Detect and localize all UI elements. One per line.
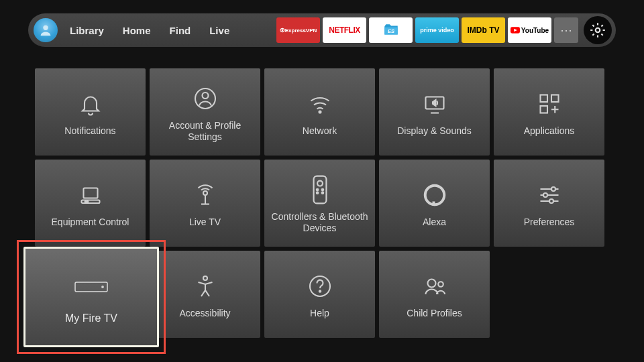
tile-label: Applications (524, 125, 575, 137)
sliders-icon (536, 178, 563, 213)
tile-label: Equipment Control (52, 217, 129, 229)
alexa-icon (422, 178, 447, 213)
svg-point-6 (319, 111, 321, 113)
tile-label: Accessibility (179, 308, 230, 320)
tile-alexa[interactable]: Alexa (379, 160, 490, 247)
tile-label: Notifications (64, 125, 115, 137)
accessibility-icon (193, 269, 217, 304)
tile-notifications[interactable]: Notifications (35, 68, 146, 156)
settings-button[interactable] (584, 16, 612, 44)
svg-point-26 (203, 276, 207, 280)
tile-live-tv[interactable]: Live TV (150, 160, 260, 247)
nav-live[interactable]: Live (209, 25, 229, 36)
tile-label: Preferences (524, 217, 574, 229)
tile-label: Child Profiles (407, 308, 462, 320)
remote-icon (312, 172, 328, 207)
svg-text:ES: ES (387, 28, 394, 34)
apps-grid-icon (537, 86, 561, 121)
svg-point-24 (543, 193, 547, 197)
gear-icon (589, 21, 606, 39)
svg-point-18 (316, 188, 318, 190)
tile-label: Help (310, 308, 329, 320)
tile-equipment-control[interactable]: Equipment Control (35, 160, 146, 247)
focus-highlight: My Fire TV (17, 240, 166, 354)
svg-point-20 (316, 192, 318, 194)
monitor-sound-icon (421, 86, 448, 121)
profile-avatar[interactable] (34, 18, 58, 42)
svg-point-17 (317, 180, 323, 186)
user-circle-icon (193, 81, 217, 116)
svg-rect-10 (540, 106, 547, 113)
svg-point-13 (85, 201, 86, 202)
child-profile-icon (421, 269, 448, 304)
bell-icon (78, 86, 103, 121)
tile-label: Live TV (189, 217, 221, 229)
tile-label: Network (303, 125, 337, 137)
tile-label: My Fire TV (65, 312, 117, 325)
tile-label: Controllers & Bluetooth Devices (270, 211, 370, 235)
nav-find[interactable]: Find (170, 25, 191, 36)
wifi-icon (307, 86, 333, 121)
app-file-explorer[interactable]: ES (369, 17, 413, 43)
nav-home[interactable]: Home (123, 25, 151, 36)
tile-preferences[interactable]: Preferences (494, 160, 604, 247)
app-expressvpn[interactable]: ⦿ ExpressVPN (276, 17, 320, 43)
youtube-play-icon (511, 27, 520, 34)
tile-label: Display & Sounds (397, 125, 472, 137)
tile-child-profiles[interactable]: Child Profiles (379, 251, 490, 338)
tile-display-sounds[interactable]: Display & Sounds (379, 68, 490, 156)
svg-point-3 (596, 28, 600, 33)
svg-point-19 (321, 188, 323, 190)
tile-controllers-bluetooth[interactable]: Controllers & Bluetooth Devices (264, 160, 375, 247)
svg-point-14 (87, 201, 88, 202)
svg-point-32 (102, 286, 103, 288)
svg-rect-9 (551, 95, 559, 103)
svg-rect-8 (540, 95, 547, 103)
app-expressvpn-label: ExpressVPN (285, 27, 317, 34)
svg-point-23 (551, 187, 555, 191)
app-netflix[interactable]: NETFLIX (323, 17, 366, 43)
svg-point-25 (549, 199, 553, 203)
app-youtube[interactable]: YouTube (508, 17, 551, 43)
tile-label: Account & Profile Settings (155, 120, 255, 143)
tile-label: Alexa (423, 217, 446, 229)
svg-point-28 (319, 291, 320, 292)
tile-account[interactable]: Account & Profile Settings (150, 68, 260, 156)
antenna-icon (193, 178, 217, 213)
folder-icon: ES (382, 21, 400, 39)
tile-my-fire-tv[interactable]: My Fire TV (23, 247, 159, 347)
svg-point-30 (438, 282, 443, 288)
svg-point-5 (202, 93, 208, 99)
fire-tv-box-icon (74, 269, 108, 305)
tile-accessibility[interactable]: Accessibility (150, 251, 260, 338)
svg-point-0 (43, 25, 48, 30)
svg-point-21 (321, 192, 323, 194)
equipment-icon (77, 178, 104, 213)
svg-point-15 (203, 191, 207, 195)
svg-rect-11 (83, 188, 97, 198)
tile-applications[interactable]: Applications (494, 68, 604, 156)
top-nav-bar: Library Home Find Live ⦿ ExpressVPN NETF… (28, 13, 616, 47)
app-youtube-label: YouTube (521, 27, 549, 34)
app-prime-video[interactable]: prime video (415, 17, 459, 43)
more-apps-button[interactable]: ⋯ (554, 17, 578, 43)
app-shortcuts: ⦿ ExpressVPN NETFLIX ES prime video IMDb… (276, 16, 612, 44)
help-icon (308, 269, 332, 304)
tile-network[interactable]: Network (264, 68, 375, 156)
app-imdb-tv[interactable]: IMDb TV (462, 17, 505, 43)
tile-help[interactable]: Help (264, 251, 375, 338)
nav-tabs: Library Home Find Live (70, 25, 229, 36)
user-icon (38, 23, 53, 38)
nav-library[interactable]: Library (70, 25, 104, 36)
svg-point-29 (427, 280, 435, 288)
